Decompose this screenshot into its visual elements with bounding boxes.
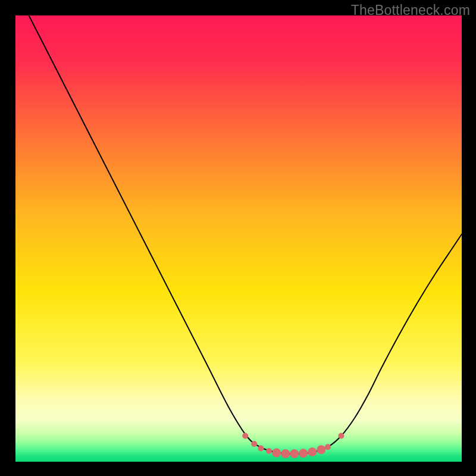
basin-marker-dot xyxy=(317,445,325,454)
basin-marker-dot xyxy=(339,433,345,439)
plot-area xyxy=(15,15,462,462)
basin-marker-dot xyxy=(290,449,299,458)
basin-marker-dot xyxy=(308,447,317,456)
chart-stage: TheBottleneck.com xyxy=(0,0,476,476)
basin-marker-dot xyxy=(299,449,308,458)
gradient-background xyxy=(15,15,462,462)
basin-marker-dot xyxy=(325,444,331,450)
basin-marker-dot xyxy=(272,449,281,458)
bottleneck-chart xyxy=(15,15,462,462)
basin-marker-dot xyxy=(251,441,257,447)
basin-marker-dot xyxy=(258,446,264,452)
basin-marker-dot xyxy=(266,448,272,454)
basin-marker-dot xyxy=(242,433,248,439)
basin-marker-dot xyxy=(281,449,290,458)
